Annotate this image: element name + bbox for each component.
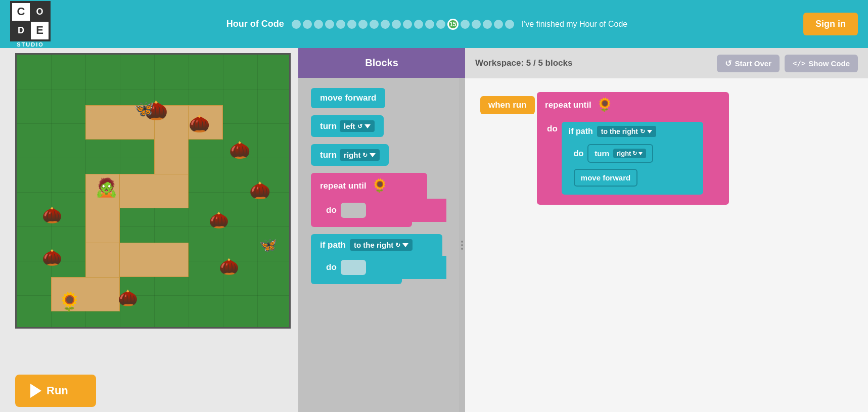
progress-dot-5 <box>336 20 345 29</box>
block-repeat-until-wrapper: repeat until 🌻 do <box>311 173 446 227</box>
wb-if-dropdown-arrow <box>647 130 652 133</box>
to-the-right-label: to the right <box>354 241 393 249</box>
hour-of-code-label: Hour of Code <box>226 19 284 29</box>
logo: C O D E STUDIO <box>10 1 51 48</box>
code-icon: </> <box>793 59 805 67</box>
run-button[interactable]: Run <box>15 375 96 407</box>
block-turn-left[interactable]: turn left ↺ <box>311 115 384 137</box>
game-canvas: 🧟 🌻 🌰 🌰 🌰 🌰 🌰 🌰 🌰 🌰 🌰 🌰 🌰 🌰 🦋 <box>15 53 291 329</box>
logo-o: O <box>31 3 49 21</box>
progress-dot-14 <box>436 20 445 29</box>
blocks-list: move forward turn left ↺ turn right <box>298 78 459 412</box>
pea-2: 🌰 <box>189 113 210 133</box>
wb-turn-dropdown[interactable]: right ↻ <box>613 149 647 158</box>
workspace-content: when run repeat until 🌻 do if <box>465 78 868 412</box>
wb-if-path-label: if path <box>569 127 593 136</box>
progress-dot-12 <box>414 20 423 29</box>
finished-label: I've finished my Hour of Code <box>522 20 627 29</box>
pea-5: 🌰 <box>209 210 229 230</box>
progress-dot-4 <box>325 20 334 29</box>
wb-if-bottom-cap <box>562 190 703 195</box>
wb-do-inner-row: do turn right ↻ <box>562 141 703 166</box>
wb-if-dropdown[interactable]: to the right ↻ <box>597 126 656 137</box>
scrollbar[interactable] <box>459 78 465 412</box>
do-slot-repeat <box>341 203 366 218</box>
flying-char-2: 🦋 <box>259 237 277 253</box>
hour-of-code-section: Hour of Code 15 I've finis <box>61 19 793 30</box>
studio-label: STUDIO <box>17 41 44 48</box>
start-over-label: Start Over <box>735 59 771 68</box>
right-dropdown[interactable]: right ↻ <box>340 149 380 161</box>
wb-do-row: do if path to the right ↻ <box>537 118 729 199</box>
blocks-label: Blocks <box>365 57 398 68</box>
pea-9: 🌰 <box>118 288 138 307</box>
repeat-until-label: repeat until <box>320 181 367 191</box>
blocks-header: Blocks <box>298 48 465 78</box>
block-if-path[interactable]: if path to the right ↻ <box>311 234 442 256</box>
pea-3: 🌰 <box>229 140 250 160</box>
sign-in-button[interactable]: Sign in <box>803 13 858 35</box>
wb-to-the-right: to the right <box>601 127 638 135</box>
show-code-button[interactable]: </> Show Code <box>785 55 858 72</box>
logo-d: D <box>12 22 30 39</box>
main-content: 🧟 🌻 🌰 🌰 🌰 🌰 🌰 🌰 🌰 🌰 🌰 🌰 🌰 🌰 🦋 <box>0 48 868 412</box>
progress-dot-17 <box>472 20 481 29</box>
progress-dot-19 <box>494 20 503 29</box>
workspace-buttons: ↺ Start Over </> Show Code <box>717 55 858 72</box>
wb-move-forward-block: move forward <box>574 169 637 187</box>
progress-dot-3 <box>314 20 323 29</box>
progress-dot-20 <box>505 20 514 29</box>
block-move-forward[interactable]: move forward <box>311 88 385 108</box>
wb-rotate-icon: ↻ <box>640 128 645 135</box>
progress-dot-1 <box>292 20 301 29</box>
wb-if-block: if path to the right ↻ do <box>562 122 703 195</box>
do-label-if: do <box>326 262 337 272</box>
progress-dot-2 <box>303 20 312 29</box>
when-run-label: when run <box>488 100 527 110</box>
wb-repeat-bottom-cap <box>537 199 729 205</box>
wb-when-run: when run <box>480 96 535 114</box>
do-label-repeat: do <box>326 205 337 215</box>
progress-dot-10 <box>392 20 401 29</box>
progress-dot-8 <box>370 20 379 29</box>
show-code-label: Show Code <box>808 59 850 68</box>
block-turn-right[interactable]: turn right ↻ <box>311 144 389 166</box>
start-over-button[interactable]: ↺ Start Over <box>717 55 780 72</box>
wb-repeat-block: repeat until 🌻 do if path to the right ↻ <box>537 92 729 205</box>
code-studio-logo: C O D E <box>10 1 51 41</box>
progress-dot-15: 15 <box>447 19 459 30</box>
blocks-section: Blocks move forward turn left ↺ <box>298 48 465 412</box>
progress-dot-6 <box>347 20 356 29</box>
scroll-dot-2 <box>461 244 463 246</box>
wb-repeat-until-header: repeat until 🌻 <box>537 92 729 118</box>
left-dropdown-arrow <box>364 124 371 128</box>
sunflower-goal: 🌻 <box>58 291 81 312</box>
pea-6: 🌰 <box>42 205 62 224</box>
progress-dot-9 <box>381 20 390 29</box>
progress-dot-13 <box>425 20 434 29</box>
wb-turn-label: turn <box>595 149 609 158</box>
pea-7: 🌰 <box>42 248 62 267</box>
logo-e: E <box>31 22 49 39</box>
progress-dot-7 <box>358 20 368 29</box>
do-slot-if <box>341 260 366 275</box>
run-icon <box>30 384 41 398</box>
wb-turn-right-block: turn right ↻ <box>587 144 653 163</box>
left-dropdown[interactable]: left ↺ <box>340 120 375 132</box>
turn-label-right: turn <box>320 150 337 160</box>
workspace-label: Workspace: 5 / 5 blocks <box>475 58 572 68</box>
game-grid: 🧟 🌻 🌰 🌰 🌰 🌰 🌰 🌰 🌰 🌰 🌰 🌰 🌰 🌰 🦋 <box>17 55 289 327</box>
sunflower-icon: 🌻 <box>372 178 388 194</box>
progress-dot-16 <box>461 20 470 29</box>
move-forward-label: move forward <box>320 93 376 103</box>
header: C O D E STUDIO Hour of Code 15 <box>0 0 868 48</box>
block-repeat-until[interactable]: repeat until 🌻 <box>311 173 427 199</box>
pea-4: 🌰 <box>249 180 270 200</box>
progress-dot-18 <box>483 20 492 29</box>
wb-turn-rotate-icon: ↻ <box>632 150 637 157</box>
workspace-header: Workspace: 5 / 5 blocks ↺ Start Over </>… <box>465 48 868 78</box>
run-label: Run <box>47 384 68 397</box>
if-path-label: if path <box>320 240 346 250</box>
if-path-dropdown[interactable]: to the right ↻ <box>350 239 413 251</box>
right-option-label: right <box>344 151 360 159</box>
